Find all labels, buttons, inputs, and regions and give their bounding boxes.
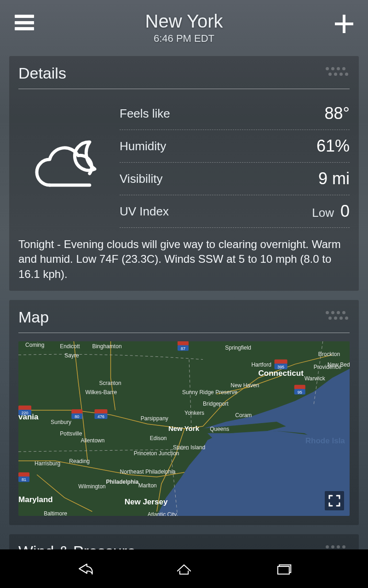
svg-text:395: 395	[277, 365, 284, 369]
expand-map-button[interactable]	[325, 491, 344, 510]
svg-rect-62	[277, 566, 289, 574]
svg-text:Binghamton: Binghamton	[92, 343, 121, 350]
metric-label: Humidity	[120, 139, 166, 153]
svg-rect-40	[275, 360, 288, 364]
metric-label: UV Index	[120, 204, 169, 219]
metric-label: Feels like	[120, 107, 170, 121]
condition-icon	[18, 97, 120, 228]
metric-visibility: Visibility 9 mi	[120, 163, 350, 195]
svg-text:Bridgeport: Bridgeport	[203, 401, 229, 407]
svg-text:Coram: Coram	[235, 412, 252, 418]
metrics-list: Feels like 88° Humidity 61% Visibility 9…	[120, 97, 350, 228]
svg-text:Marlton: Marlton	[138, 483, 157, 489]
svg-text:New Bedford: New Bedford	[328, 362, 350, 368]
back-button[interactable]	[68, 558, 100, 580]
uv-text: Low	[312, 206, 334, 220]
svg-text:Maryland: Maryland	[18, 496, 53, 504]
svg-text:Rhode Isla: Rhode Isla	[305, 436, 345, 445]
city-name: New York	[145, 11, 223, 32]
svg-text:Harrisburg: Harrisburg	[34, 460, 60, 467]
add-location-button[interactable]	[335, 15, 353, 33]
svg-text:Wilkes-Barre: Wilkes-Barre	[85, 389, 117, 396]
svg-text:Philadelphia: Philadelphia	[106, 479, 139, 486]
location-header[interactable]: New York 6:46 PM EDT	[145, 11, 223, 45]
metric-humidity: Humidity 61%	[120, 130, 350, 163]
svg-text:87: 87	[181, 346, 185, 351]
svg-text:Queens: Queens	[210, 426, 229, 432]
android-nav-bar	[0, 549, 368, 588]
svg-text:Hartford: Hartford	[251, 362, 271, 368]
metric-value: 9 mi	[318, 169, 350, 188]
svg-text:Staten Island: Staten Island	[173, 444, 205, 451]
menu-icon	[15, 15, 34, 18]
svg-text:Yonkers: Yonkers	[184, 410, 204, 416]
svg-text:476: 476	[98, 414, 104, 419]
yahoo-dots-icon	[326, 67, 350, 78]
svg-rect-55	[18, 472, 29, 477]
svg-text:Pottsville: Pottsville	[60, 430, 82, 437]
details-card: Details Feels like 88° Humidity 61% Visi…	[9, 56, 359, 291]
map-card: Map	[9, 300, 359, 525]
home-button[interactable]	[168, 558, 200, 580]
svg-text:Northeast Philadelphia: Northeast Philadelphia	[120, 469, 176, 475]
metric-label: Visibility	[120, 172, 162, 186]
svg-text:80: 80	[75, 414, 79, 419]
svg-text:Brockton: Brockton	[318, 351, 340, 357]
svg-text:220: 220	[22, 411, 29, 415]
metric-uv-index: UV Index Low 0	[120, 195, 350, 228]
metric-value: 88°	[325, 104, 350, 123]
svg-text:Connecticut: Connecticut	[258, 369, 304, 378]
svg-text:Coming: Coming	[25, 342, 44, 348]
svg-text:New Haven: New Haven	[230, 382, 259, 389]
metric-feels-like: Feels like 88°	[120, 97, 350, 130]
svg-text:Springfield: Springfield	[225, 345, 251, 351]
svg-text:New York: New York	[168, 424, 200, 432]
local-time: 6:46 PM EDT	[145, 33, 223, 45]
yahoo-dots-icon	[326, 311, 350, 322]
svg-text:New Jersey: New Jersey	[125, 498, 168, 507]
metric-value: 0	[340, 202, 350, 221]
svg-text:95: 95	[298, 390, 302, 395]
svg-rect-43	[294, 385, 305, 390]
svg-rect-49	[94, 409, 107, 414]
svg-rect-52	[18, 406, 31, 410]
svg-text:Warwick: Warwick	[305, 375, 326, 382]
svg-text:Sayre: Sayre	[64, 352, 79, 359]
svg-text:Atlantic City: Atlantic City	[148, 511, 177, 516]
weather-map[interactable]: Connecticut New York Rhode Isla New Jers…	[18, 341, 350, 516]
svg-text:Edison: Edison	[150, 435, 167, 441]
svg-rect-58	[178, 341, 189, 345]
top-bar: New York 6:46 PM EDT	[0, 0, 368, 51]
menu-button[interactable]	[15, 15, 34, 30]
map-title: Map	[18, 308, 350, 333]
svg-text:Princeton Junction: Princeton Junction	[134, 450, 179, 457]
svg-rect-46	[71, 409, 82, 414]
svg-text:Baltimore: Baltimore	[44, 510, 67, 516]
svg-text:Reading: Reading	[69, 458, 90, 464]
svg-text:Wilmington: Wilmington	[78, 484, 105, 490]
svg-text:81: 81	[22, 477, 26, 482]
details-title: Details	[18, 64, 350, 89]
svg-text:Sunny Ridge Preserve: Sunny Ridge Preserve	[182, 389, 238, 396]
metric-value: 61%	[316, 136, 350, 156]
recent-apps-button[interactable]	[268, 558, 300, 580]
svg-text:Scranton: Scranton	[99, 380, 121, 386]
svg-text:Allentown: Allentown	[80, 437, 104, 444]
svg-text:Sunbury: Sunbury	[51, 419, 71, 425]
svg-text:Endicott: Endicott	[60, 343, 80, 350]
svg-text:Parsippany: Parsippany	[141, 415, 168, 422]
forecast-text: Tonight - Evening clouds will give way t…	[18, 237, 350, 282]
